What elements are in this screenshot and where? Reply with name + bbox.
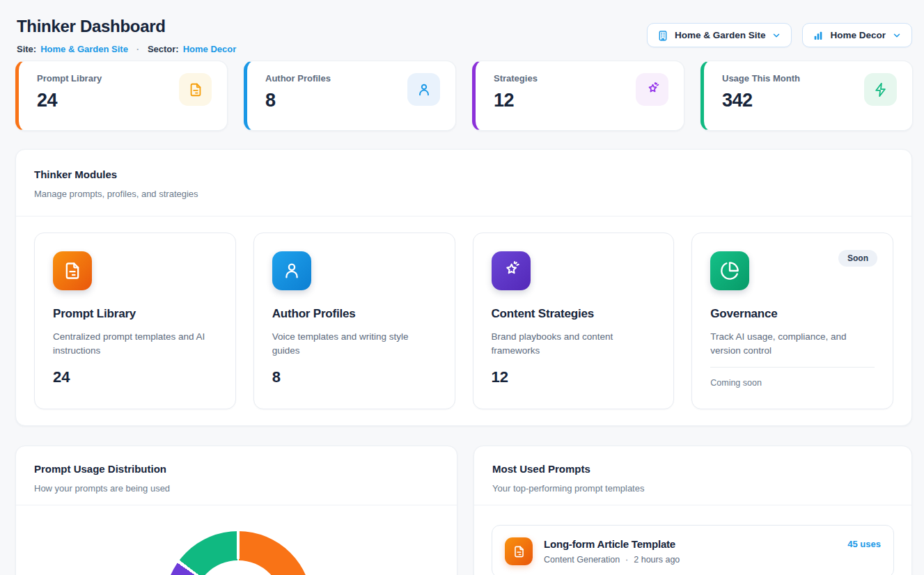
usage-card-subtitle: How your prompts are being used — [34, 483, 439, 494]
star-sparkle-icon — [636, 73, 668, 106]
module-count: 12 — [492, 368, 656, 386]
stat-card-strategies[interactable]: Strategies 12 — [472, 61, 684, 131]
chevron-down-icon — [772, 31, 781, 40]
zap-icon — [864, 73, 897, 106]
document-icon — [505, 537, 533, 565]
modules-title: Thinker Modules — [34, 168, 893, 180]
coming-soon-text: Coming soon — [710, 378, 875, 388]
prompt-item-time: 2 hours ago — [634, 555, 680, 565]
stat-card-usage[interactable]: Usage This Month 342 — [700, 61, 913, 131]
donut-hole — [194, 560, 283, 575]
module-card-governance[interactable]: Soon Governance Track AI usage, complian… — [691, 233, 893, 409]
sector-selector-dropdown[interactable]: Home Decor — [802, 23, 912, 47]
module-title: Prompt Library — [53, 307, 217, 321]
person-icon — [407, 73, 440, 106]
module-title: Author Profiles — [272, 307, 437, 321]
modules-subtitle: Manage prompts, profiles, and strategies — [34, 189, 893, 199]
module-description: Track AI usage, compliance, and version … — [710, 330, 875, 358]
usage-donut-chart — [164, 531, 312, 575]
soon-badge: Soon — [838, 250, 877, 267]
bar-chart-icon — [813, 30, 824, 41]
star-sparkle-icon — [492, 251, 531, 290]
site-selector-label: Home & Garden Site — [675, 30, 766, 40]
meta-separator: · — [625, 555, 628, 565]
sector-selector-label: Home Decor — [830, 30, 886, 40]
prompt-item-uses-badge: 45 uses — [847, 539, 881, 549]
divider — [710, 367, 875, 368]
stats-row: Prompt Library 24 Author Profiles 8 Stra… — [15, 61, 913, 131]
document-icon — [179, 73, 212, 106]
prompt-item-category: Content Generation — [544, 555, 620, 565]
stat-card-author-profiles[interactable]: Author Profiles 8 — [244, 61, 456, 131]
modules-panel: Thinker Modules Manage prompts, profiles… — [15, 149, 912, 426]
building-icon — [657, 30, 668, 41]
usage-chart-area: 15% — [16, 505, 457, 575]
module-title: Governance — [710, 307, 875, 321]
site-label: Site: — [17, 44, 36, 54]
most-used-prompts-card: Most Used Prompts Your top-performing pr… — [473, 446, 912, 575]
modules-panel-header: Thinker Modules Manage prompts, profiles… — [16, 150, 911, 216]
sector-link[interactable]: Home Decor — [183, 44, 237, 54]
usage-card-title: Prompt Usage Distribution — [34, 463, 439, 475]
prompts-card-title: Most Used Prompts — [492, 463, 893, 475]
prompt-list: Long-form Article Template Content Gener… — [474, 505, 911, 575]
module-card-prompt-library[interactable]: Prompt Library Centralized prompt templa… — [34, 233, 236, 409]
module-card-author-profiles[interactable]: Author Profiles Voice templates and writ… — [253, 233, 455, 409]
prompt-item-title: Long-form Article Template — [544, 538, 836, 550]
module-title: Content Strategies — [492, 307, 656, 321]
site-selector-dropdown[interactable]: Home & Garden Site — [647, 23, 792, 47]
page-header: Thinker Dashboard Site: Home & Garden Si… — [17, 17, 912, 54]
header-actions: Home & Garden Site Home Decor — [647, 23, 912, 47]
sector-label: Sector: — [148, 44, 179, 54]
module-footer: Coming soon — [710, 367, 875, 391]
chevron-down-icon — [892, 31, 902, 40]
breadcrumb-separator: · — [136, 45, 139, 54]
dashboard-page: Thinker Dashboard Site: Home & Garden Si… — [0, 0, 924, 575]
pie-chart-icon — [710, 251, 749, 290]
prompt-list-item[interactable]: Long-form Article Template Content Gener… — [492, 525, 894, 575]
person-icon — [272, 251, 311, 290]
site-link[interactable]: Home & Garden Site — [40, 44, 128, 54]
module-count: 8 — [272, 368, 437, 386]
prompt-item-main: Long-form Article Template Content Gener… — [544, 538, 836, 565]
stat-card-prompt-library[interactable]: Prompt Library 24 — [15, 61, 228, 131]
prompts-card-header: Most Used Prompts Your top-performing pr… — [474, 446, 911, 505]
prompts-card-subtitle: Your top-performing prompt templates — [492, 483, 893, 494]
module-description: Voice templates and writing style guides — [272, 330, 437, 358]
document-icon — [53, 251, 92, 290]
usage-distribution-card: Prompt Usage Distribution How your promp… — [15, 446, 457, 575]
module-description: Brand playbooks and content frameworks — [492, 330, 656, 358]
module-count: 24 — [53, 368, 217, 386]
prompt-item-meta: Content Generation · 2 hours ago — [544, 555, 836, 565]
usage-card-header: Prompt Usage Distribution How your promp… — [16, 446, 457, 505]
module-card-content-strategies[interactable]: Content Strategies Brand playbooks and c… — [473, 233, 675, 409]
module-description: Centralized prompt templates and AI inst… — [53, 330, 217, 358]
modules-grid: Prompt Library Centralized prompt templa… — [16, 216, 911, 409]
